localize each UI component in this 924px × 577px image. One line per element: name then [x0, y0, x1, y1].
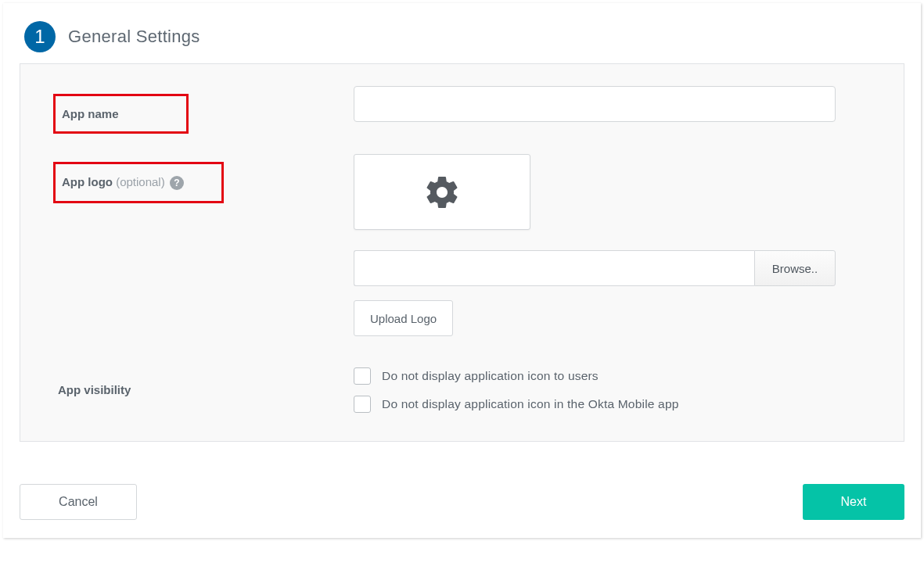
visibility-option-users: Do not display application icon to users	[354, 367, 880, 385]
browse-button[interactable]: Browse..	[754, 250, 836, 286]
app-name-input[interactable]	[354, 86, 836, 122]
row-app-name: App name	[58, 86, 880, 134]
app-visibility-label: App visibility	[58, 375, 142, 404]
next-button[interactable]: Next	[803, 484, 904, 520]
file-picker-row: Browse..	[354, 250, 836, 286]
footer-actions: Cancel Next	[18, 484, 906, 520]
help-icon[interactable]: ?	[170, 176, 184, 190]
app-name-label: App name	[57, 99, 130, 128]
app-logo-highlight: App logo (optional) ?	[53, 162, 224, 203]
logo-preview	[354, 154, 530, 230]
app-logo-label-text: App logo	[62, 175, 113, 188]
page-title: General Settings	[68, 27, 200, 47]
checkbox-hide-from-mobile[interactable]	[354, 396, 371, 413]
general-settings-card: 1 General Settings App name App logo (op…	[3, 3, 921, 538]
logo-file-path[interactable]	[354, 250, 754, 286]
visibility-option-mobile: Do not display application icon in the O…	[354, 396, 880, 413]
checkbox-hide-from-users[interactable]	[354, 367, 371, 385]
wizard-header: 1 General Settings	[24, 21, 901, 52]
gear-icon	[423, 174, 461, 211]
checkbox-hide-from-mobile-label: Do not display application icon in the O…	[382, 397, 679, 411]
optional-tag: (optional)	[116, 175, 165, 188]
row-app-logo: App logo (optional) ? Browse.. Upload Lo	[58, 154, 880, 336]
upload-logo-button[interactable]: Upload Logo	[354, 300, 453, 336]
cancel-button[interactable]: Cancel	[20, 484, 137, 520]
checkbox-hide-from-users-label: Do not display application icon to users	[382, 369, 599, 383]
app-logo-label: App logo (optional) ?	[57, 167, 195, 198]
form-panel: App name App logo (optional) ?	[20, 63, 904, 442]
app-name-highlight: App name	[53, 94, 189, 134]
row-app-visibility: App visibility Do not display applicatio…	[58, 367, 880, 413]
step-number-badge: 1	[24, 21, 56, 52]
